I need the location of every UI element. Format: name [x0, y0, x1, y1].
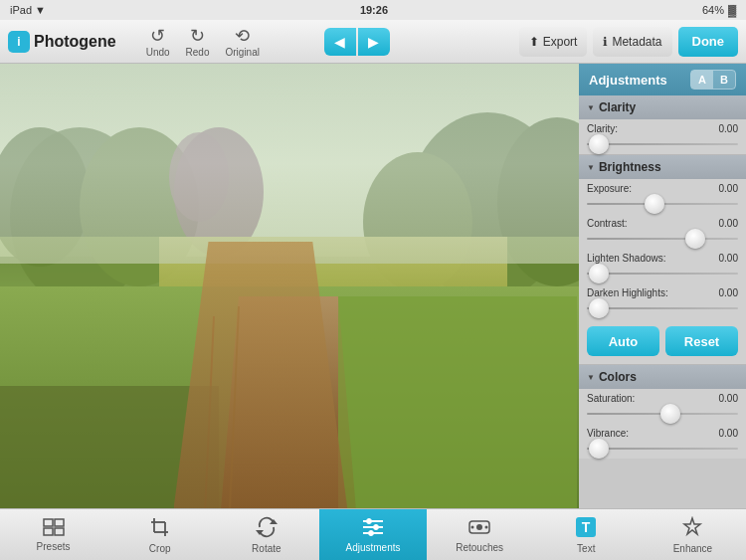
reset-button[interactable]: Reset	[665, 326, 738, 356]
saturation-slider-line	[587, 413, 738, 415]
app-title: i Photogene	[8, 31, 116, 53]
vibrance-slider-line	[587, 448, 738, 450]
exposure-label: Exposure:	[587, 183, 632, 194]
clarity-triangle: ▼	[587, 103, 595, 112]
vibrance-value: 0.00	[719, 428, 738, 439]
contrast-slider-thumb[interactable]	[685, 229, 705, 249]
text-label: Text	[577, 543, 595, 554]
vibrance-label: Vibrance:	[587, 428, 629, 439]
contrast-slider-track[interactable]	[587, 231, 738, 247]
app-icon: i	[8, 31, 30, 53]
auto-button[interactable]: Auto	[587, 326, 659, 356]
vibrance-slider-track[interactable]	[587, 441, 738, 457]
rotate-svg	[256, 516, 278, 538]
ab-toggle: A B	[690, 70, 736, 90]
text-svg: T	[575, 516, 597, 538]
svg-rect-20	[55, 528, 64, 535]
clarity-slider-track[interactable]	[587, 136, 738, 152]
retouches-tool-button[interactable]: Retouches	[427, 509, 533, 560]
svg-line-13	[229, 306, 239, 508]
exposure-slider-track[interactable]	[587, 196, 738, 212]
auto-reset-row: Auto Reset	[579, 318, 746, 364]
app-name: Photogene	[34, 33, 116, 51]
exposure-value: 0.00	[719, 183, 738, 194]
top-toolbar: i Photogene ↺ Undo ↻ Redo ⟲ Original ◀ ▶…	[0, 20, 746, 64]
svg-marker-12	[219, 296, 358, 508]
right-panel: Adjustments A B ▼ Clarity Clarity: 0.00	[579, 64, 746, 508]
svg-point-5	[169, 132, 229, 222]
clarity-slider-value: 0.00	[719, 123, 738, 134]
enhance-label: Enhance	[673, 543, 712, 554]
export-icon: ⬆	[529, 35, 539, 49]
ipad-label: iPad ▼	[10, 4, 46, 16]
crop-tool-button[interactable]: Crop	[106, 509, 213, 560]
original-button[interactable]: ⟲ Original	[225, 25, 259, 58]
svg-rect-15	[338, 296, 577, 508]
rotate-tool-button[interactable]: Rotate	[213, 509, 319, 560]
photo-svg	[0, 64, 579, 508]
nav-arrows: ◀ ▶	[324, 28, 390, 56]
status-time: 19:26	[360, 4, 388, 16]
next-arrow-button[interactable]: ▶	[358, 28, 390, 56]
retouches-label: Retouches	[456, 542, 503, 553]
done-button[interactable]: Done	[678, 27, 739, 57]
ab-a-button[interactable]: A	[691, 71, 713, 89]
presets-tool-button[interactable]: Presets	[0, 509, 106, 560]
exposure-slider-row: Exposure: 0.00	[579, 179, 746, 214]
saturation-slider-thumb[interactable]	[660, 404, 680, 424]
darken-highlights-value: 0.00	[719, 287, 738, 298]
prev-arrow-button[interactable]: ◀	[324, 28, 356, 56]
darken-highlights-label: Darken Highlights:	[587, 287, 668, 298]
toolbar-actions: ↺ Undo ↻ Redo ⟲ Original	[146, 25, 260, 58]
presets-label: Presets	[37, 541, 71, 552]
enhance-tool-button[interactable]: Enhance	[640, 509, 746, 560]
redo-button[interactable]: ↻ Redo	[186, 25, 210, 58]
adjustments-tool-button[interactable]: Adjustments	[319, 509, 426, 560]
clarity-slider-thumb[interactable]	[589, 134, 609, 154]
colors-section-header: ▼ Colors	[579, 365, 746, 389]
brightness-triangle: ▼	[587, 163, 595, 172]
undo-button[interactable]: ↺ Undo	[146, 25, 170, 58]
saturation-slider-track[interactable]	[587, 406, 738, 422]
svg-point-4	[174, 127, 264, 257]
main-content: Adjustments A B ▼ Clarity Clarity: 0.00	[0, 64, 746, 508]
clarity-slider-label: Clarity:	[587, 123, 618, 134]
svg-point-7	[497, 117, 579, 286]
svg-point-35	[471, 525, 474, 528]
text-tool-button[interactable]: T Text	[533, 509, 640, 560]
presets-svg	[43, 518, 65, 536]
presets-icon	[43, 518, 65, 539]
lighten-shadows-slider-track[interactable]	[587, 266, 738, 281]
ab-b-button[interactable]: B	[713, 71, 735, 89]
svg-line-14	[204, 316, 214, 508]
exposure-slider-thumb[interactable]	[645, 194, 664, 214]
vibrance-slider-thumb[interactable]	[589, 439, 609, 459]
contrast-slider-row: Contrast: 0.00	[579, 214, 746, 249]
clarity-section-header: ▼ Clarity	[579, 95, 746, 119]
battery-icon: ▓	[728, 4, 736, 16]
status-right: 64% ▓	[702, 4, 736, 16]
lighten-shadows-label: Lighten Shadows:	[587, 253, 666, 264]
svg-rect-18	[55, 519, 64, 526]
svg-point-36	[485, 525, 488, 528]
adjustments-icon	[361, 517, 385, 540]
export-button[interactable]: ⬆ Export	[519, 27, 588, 57]
darken-highlights-slider-track[interactable]	[587, 300, 738, 316]
svg-rect-0	[0, 64, 579, 257]
lighten-shadows-slider-thumb[interactable]	[589, 264, 609, 283]
redo-icon: ↻	[190, 25, 205, 47]
colors-label: Colors	[599, 370, 637, 384]
contrast-label: Contrast:	[587, 218, 628, 229]
darken-highlights-slider-thumb[interactable]	[589, 298, 609, 318]
text-icon: T	[575, 516, 597, 541]
svg-point-34	[476, 524, 482, 530]
original-icon: ⟲	[235, 25, 250, 47]
svg-point-31	[373, 524, 378, 529]
vibrance-slider-row: Vibrance: 0.00	[579, 424, 746, 459]
photo-area	[0, 64, 579, 508]
svg-point-32	[368, 530, 373, 535]
svg-text:T: T	[582, 519, 591, 535]
undo-icon: ↺	[150, 25, 165, 47]
battery-percent: 64%	[702, 4, 724, 16]
metadata-button[interactable]: ℹ Metadata	[593, 27, 671, 57]
